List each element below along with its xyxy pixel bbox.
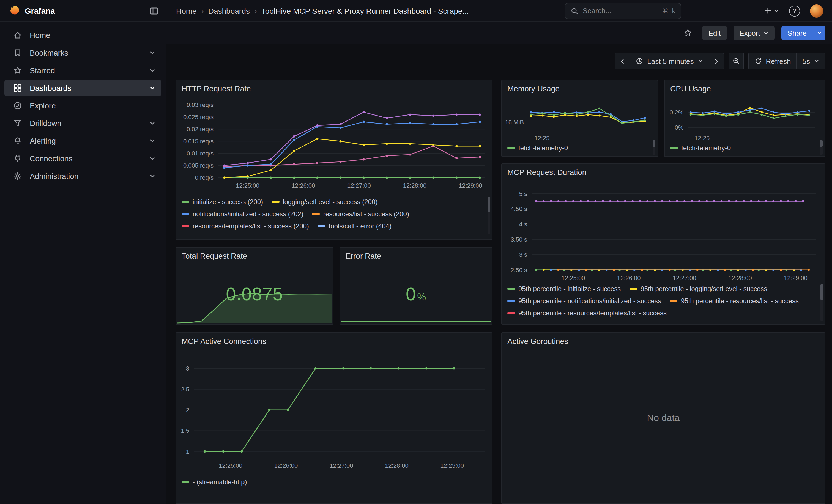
svg-text:12:26:00: 12:26:00: [617, 274, 641, 282]
panel-title[interactable]: Total Request Rate: [176, 247, 333, 264]
legend-item[interactable]: fetch-telemetry-0: [508, 143, 568, 153]
sidebar: Home Bookmarks Starred Dashboards: [0, 22, 166, 504]
legend-item[interactable]: tools/call - success (200): [182, 233, 265, 236]
legend-item[interactable]: resources/list - success (200): [312, 209, 409, 219]
legend-item[interactable]: resources/templates/list - success (200): [182, 221, 309, 231]
mcp-active-connections-chart[interactable]: 11.522.5312:25:0012:26:0012:27:0012:28:0…: [177, 352, 489, 469]
legend-item[interactable]: unknown - success (200): [365, 233, 449, 236]
panel-title[interactable]: HTTP Request Rate: [176, 80, 492, 97]
sidebar-item-explore[interactable]: Explore: [4, 97, 161, 114]
share-caret-button[interactable]: [813, 26, 825, 40]
legend-item[interactable]: initialize - success (200): [182, 197, 263, 207]
svg-text:12:26:00: 12:26:00: [292, 182, 315, 189]
refresh-button[interactable]: Refresh: [748, 53, 797, 69]
cpu-usage-chart[interactable]: 0.2%0%12:25: [666, 97, 818, 142]
sidebar-item-label: Explore: [30, 101, 56, 110]
refresh-group: Refresh 5s: [748, 53, 825, 69]
brand-area: Grafana: [0, 5, 166, 17]
legend-item[interactable]: 95th percentile - initialize - success: [508, 284, 621, 294]
sidebar-item-label: Administration: [30, 172, 78, 181]
sidebar-item-home[interactable]: Home: [4, 27, 161, 44]
legend-scrollbar[interactable]: [820, 140, 823, 155]
panel-mcp-active-connections: MCP Active Connections 11.522.5312:25:00…: [176, 332, 493, 504]
sidebar-item-administration[interactable]: Administration: [4, 168, 161, 184]
breadcrumb-separator: ›: [254, 6, 257, 16]
refresh-interval-picker[interactable]: 5s: [797, 53, 825, 69]
share-button[interactable]: Share: [782, 26, 813, 40]
grafana-app: Grafana Home › Dashboards › ToolHive MCP…: [0, 0, 832, 504]
svg-text:12:25:00: 12:25:00: [236, 182, 259, 189]
time-back-button[interactable]: [615, 53, 630, 69]
legend-scrollbar[interactable]: [821, 284, 823, 321]
svg-text:2.50 s: 2.50 s: [511, 267, 527, 273]
breadcrumb-separator: ›: [201, 6, 204, 16]
svg-text:12:25:00: 12:25:00: [219, 462, 242, 469]
svg-text:2: 2: [186, 407, 189, 414]
legend-item[interactable]: fetch-telemetry-0: [670, 143, 731, 153]
svg-text:12:27:00: 12:27:00: [347, 182, 371, 189]
chevron-down-icon[interactable]: [149, 67, 156, 74]
legend-item[interactable]: - (streamable-http): [182, 477, 247, 487]
refresh-interval-label: 5s: [803, 57, 810, 65]
legend-item[interactable]: tools/list - success (200): [274, 233, 356, 236]
svg-text:12:29:00: 12:29:00: [459, 182, 482, 189]
panel-title[interactable]: MCP Active Connections: [176, 333, 492, 349]
favorite-star-icon[interactable]: [680, 26, 696, 40]
legend-scrollbar[interactable]: [488, 197, 490, 234]
chevron-down-icon[interactable]: [149, 137, 156, 144]
memory-legend: fetch-telemetry-0: [508, 143, 634, 154]
help-icon[interactable]: ?: [789, 5, 800, 16]
memory-usage-chart[interactable]: 16 MiB12:25: [503, 97, 651, 142]
panel-http-request-rate: HTTP Request Rate 0 req/s0.005 req/s0.01…: [176, 80, 493, 240]
sidebar-item-dashboards[interactable]: Dashboards: [4, 80, 161, 96]
legend-scrollbar[interactable]: [653, 140, 655, 155]
panel-title[interactable]: MCP Request Duration: [502, 164, 825, 181]
http-request-rate-chart[interactable]: 0 req/s0.005 req/s0.01 req/s0.015 req/s0…: [177, 97, 489, 189]
export-label: Export: [739, 29, 760, 37]
panel-title[interactable]: CPU Usage: [665, 80, 825, 97]
legend-item[interactable]: logging/setLevel - success (200): [272, 197, 378, 207]
chevron-down-icon[interactable]: [149, 155, 156, 162]
legend-item[interactable]: 95th percentile - resources/list - succe…: [670, 296, 799, 306]
chevron-down-icon[interactable]: [149, 173, 156, 179]
sidebar-item-connections[interactable]: Connections: [4, 150, 161, 167]
svg-text:3: 3: [186, 365, 189, 372]
panel-memory-usage: Memory Usage 16 MiB12:25 fetch-telemetry…: [501, 80, 658, 157]
new-button[interactable]: [764, 7, 779, 15]
sidebar-item-bookmarks[interactable]: Bookmarks: [4, 45, 161, 61]
svg-text:0.02 req/s: 0.02 req/s: [186, 126, 213, 133]
breadcrumb-dashboards[interactable]: Dashboards: [208, 6, 250, 15]
breadcrumb-current[interactable]: ToolHive MCP Server & Proxy Runner Dashb…: [261, 6, 469, 15]
breadcrumb-home[interactable]: Home: [176, 6, 197, 15]
search-box[interactable]: ⌘+k: [565, 2, 681, 19]
chevron-down-icon[interactable]: [149, 120, 156, 127]
sidebar-item-starred[interactable]: Starred: [4, 62, 161, 79]
chevron-down-icon[interactable]: [149, 85, 156, 91]
legend-item[interactable]: 95th percentile - notifications/initiali…: [508, 296, 661, 306]
http-legend: initialize - success (200)logging/setLev…: [182, 197, 479, 236]
sidebar-item-alerting[interactable]: Alerting: [4, 133, 161, 149]
dashboard-canvas: Last 5 minutes Refresh: [166, 44, 832, 504]
chevron-down-icon[interactable]: [149, 50, 156, 56]
svg-text:1: 1: [186, 448, 189, 455]
compass-icon: [13, 101, 22, 110]
time-range-picker[interactable]: Last 5 minutes: [629, 53, 709, 69]
svg-text:3 s: 3 s: [519, 251, 527, 258]
mcp-request-duration-chart[interactable]: 2.50 s3 s3.50 s4 s4.50 s5 s12:25:0012:26…: [503, 182, 820, 282]
grafana-logo-icon[interactable]: [8, 5, 20, 17]
user-avatar[interactable]: [810, 4, 823, 17]
brand-title: Grafana: [25, 6, 55, 15]
legend-item[interactable]: 95th percentile - resources/templates/li…: [508, 308, 667, 318]
edit-button[interactable]: Edit: [702, 26, 727, 40]
legend-item[interactable]: 95th percentile - logging/setLevel - suc…: [629, 284, 767, 294]
time-forward-button[interactable]: [708, 53, 724, 69]
sidebar-item-drilldown[interactable]: Drilldown: [4, 115, 161, 132]
search-input[interactable]: [583, 7, 657, 15]
legend-item[interactable]: tools/call - error (404): [318, 221, 391, 231]
zoom-out-icon[interactable]: [728, 53, 744, 69]
sidebar-toggle-icon[interactable]: [150, 6, 158, 15]
export-button[interactable]: Export: [733, 26, 775, 40]
legend-item[interactable]: notifications/initialized - success (202…: [182, 209, 304, 219]
panel-title[interactable]: Memory Usage: [502, 80, 657, 97]
panel-title[interactable]: Error Rate: [340, 247, 492, 264]
